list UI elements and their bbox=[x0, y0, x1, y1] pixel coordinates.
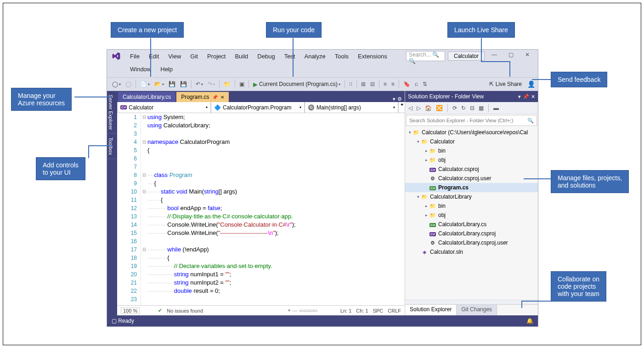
menu-tools[interactable]: Tools bbox=[330, 51, 353, 61]
pin-icon[interactable]: 📌 bbox=[212, 95, 218, 100]
editor-statusbar: 100 % ✔ No issues found ✦ — ▭▭▭▭ Ln: 1 C… bbox=[117, 305, 405, 315]
tree-item[interactable]: ▸📁bin bbox=[405, 201, 538, 211]
save-button[interactable]: 💾 bbox=[167, 80, 177, 88]
menu-test[interactable]: Test bbox=[280, 51, 300, 61]
search-input[interactable]: Search... 🔍 bbox=[406, 51, 445, 61]
exp-home[interactable]: 🏠 bbox=[424, 104, 433, 112]
toolbox-tab[interactable]: Toolbox bbox=[107, 134, 117, 159]
menubar: FileEditViewGitProjectBuildDebugTestAnal… bbox=[107, 50, 538, 63]
feedback-button[interactable]: 👤 bbox=[527, 80, 535, 88]
solution-name[interactable]: Calculator bbox=[448, 51, 485, 61]
exp-sync[interactable]: ↻ bbox=[460, 104, 467, 112]
tree-item[interactable]: ⚙CalculatorLibrary.csproj.user bbox=[405, 238, 538, 247]
menu-file[interactable]: File bbox=[125, 51, 144, 61]
explorer-title: Solution Explorer - Folder View ▾ 📌 ✕ bbox=[405, 91, 538, 102]
start-window-button[interactable]: ▣ bbox=[237, 80, 246, 88]
tab-dropdown[interactable]: ▾ bbox=[393, 96, 395, 102]
callout-toolbox: Add controls to your UI bbox=[36, 157, 85, 180]
tree-item[interactable]: ▸📁bin bbox=[405, 146, 538, 155]
nav-class[interactable]: 🔷CalculatorProgram.Program▾ bbox=[211, 102, 305, 113]
zoom-level[interactable]: 100 % bbox=[121, 308, 140, 314]
live-share-button[interactable]: ⇱ Live Share bbox=[489, 81, 522, 87]
menu-git[interactable]: Git bbox=[186, 51, 203, 61]
menu-analyze[interactable]: Analyze bbox=[299, 51, 330, 61]
tree-item[interactable]: ▾📁Calculator bbox=[405, 137, 538, 146]
nav-back-button[interactable]: ◯▾ bbox=[110, 80, 123, 88]
exp-dropdown-icon[interactable]: ▾ bbox=[518, 94, 521, 100]
exp-properties[interactable]: ▬ bbox=[492, 104, 500, 112]
save-all-button[interactable]: 💾 bbox=[178, 80, 189, 88]
run-button[interactable]: ▶Current Document (Program.cs)▾ bbox=[251, 80, 342, 89]
tree-item[interactable]: ▸📁obj bbox=[405, 211, 538, 220]
exp-back[interactable]: ◁ bbox=[407, 104, 414, 112]
close-button[interactable]: ✕ bbox=[520, 51, 534, 61]
tree-item[interactable]: ◈Calculator.sln bbox=[405, 247, 538, 257]
undo-button[interactable]: ↶▾ bbox=[194, 80, 205, 88]
status-text: Ready bbox=[118, 318, 134, 324]
tb-btn-5[interactable]: ⎌ bbox=[413, 80, 420, 88]
vs-logo-icon bbox=[112, 51, 121, 61]
explorer-search[interactable]: Search Solution Explorer - Folder View (… bbox=[406, 115, 537, 126]
exp-pin-icon[interactable]: 📌 bbox=[523, 94, 529, 100]
minimize-button[interactable]: — bbox=[487, 51, 501, 61]
redo-button[interactable]: ↷▾ bbox=[206, 80, 217, 88]
exp-showall[interactable]: ▦ bbox=[477, 104, 485, 112]
tb-btn-6[interactable]: ⇅ bbox=[421, 80, 429, 88]
doc-tab-inactive[interactable]: CalculatorLibrary.cs bbox=[118, 92, 175, 102]
exp-refresh[interactable]: ⟳ bbox=[451, 104, 458, 112]
exp-switch[interactable]: 🔀 bbox=[435, 104, 444, 112]
split-button[interactable]: ✦ bbox=[398, 102, 405, 113]
tree-item[interactable]: ⚙Calculator.csproj.user bbox=[405, 174, 538, 183]
explorer-tree[interactable]: ▾📁Calculator (C:\Users\tglee\source\repo… bbox=[405, 127, 538, 300]
menu-edit[interactable]: Edit bbox=[144, 51, 164, 61]
callout-newproject: Create a new project bbox=[111, 22, 184, 38]
exp-collapse[interactable]: ⊟ bbox=[469, 104, 476, 112]
solution-explorer-tab[interactable]: Solution Explorer bbox=[405, 305, 457, 315]
menu-extensions[interactable]: Extensions bbox=[353, 51, 392, 61]
doc-tab-active[interactable]: Program.cs📌✕ bbox=[176, 92, 228, 102]
server-explorer-tab[interactable]: Server Explorer bbox=[107, 91, 117, 134]
nav-method[interactable]: 🔘Main(string[] args)▾ bbox=[305, 102, 398, 113]
tree-item[interactable]: ▾📁Calculator (C:\Users\tglee\source\repo… bbox=[405, 128, 538, 137]
callout-liveshare: Launch Live Share bbox=[447, 22, 515, 38]
statusbar: ▢ Ready 🔔 bbox=[107, 315, 538, 326]
step-button[interactable]: ⎍ bbox=[347, 80, 354, 88]
code-editor[interactable]: 1234567891011121314151617181920212223 ⊟⊟… bbox=[117, 113, 405, 305]
titlebar: FileEditViewGitProjectBuildDebugTestAnal… bbox=[107, 50, 538, 77]
menu-view[interactable]: View bbox=[164, 51, 186, 61]
solution-config-button[interactable]: 📁 bbox=[222, 80, 232, 88]
menu-debug[interactable]: Debug bbox=[253, 51, 279, 61]
menu-window[interactable]: Window bbox=[125, 64, 156, 74]
git-changes-tab[interactable]: Git Changes bbox=[457, 305, 497, 315]
bookmark-button[interactable]: 🔖 bbox=[401, 80, 412, 88]
nav-project[interactable]: C#Calculator▾ bbox=[117, 102, 211, 113]
menu-help[interactable]: Help bbox=[156, 64, 177, 74]
tab-settings-icon[interactable]: ⚙ bbox=[397, 96, 402, 102]
tb-btn-4[interactable]: ≡ bbox=[390, 80, 396, 88]
maximize-button[interactable]: ▢ bbox=[504, 51, 518, 61]
explorer-scrollbar[interactable] bbox=[405, 300, 538, 304]
exp-fwd[interactable]: ▷ bbox=[415, 104, 422, 112]
notification-bell-icon[interactable]: 🔔 bbox=[526, 318, 533, 324]
tree-item[interactable]: ▾📁CalculatorLibrary bbox=[405, 192, 538, 201]
nav-icons[interactable]: ✦ — ▭▭▭▭ bbox=[287, 308, 317, 314]
check-icon: ✔ bbox=[158, 308, 162, 314]
tree-item[interactable]: ▸📁obj bbox=[405, 155, 538, 165]
tb-btn-1[interactable]: ⊞ bbox=[359, 80, 367, 88]
menu-build[interactable]: Build bbox=[230, 51, 253, 61]
menu-project[interactable]: Project bbox=[203, 51, 230, 61]
tree-item[interactable]: C#Calculator.csproj bbox=[405, 165, 538, 174]
toolbar: ◯▾ ◯ 📄▾ 📂▾ 💾 💾 ↶▾ ↷▾ 📁 ▣ ▶Current Docume… bbox=[107, 77, 538, 91]
callout-azure: Manage your Azure resources bbox=[11, 88, 72, 111]
exp-close-icon[interactable]: ✕ bbox=[531, 94, 535, 100]
open-button[interactable]: 📂▾ bbox=[153, 80, 166, 88]
tree-item[interactable]: C#Program.cs bbox=[405, 183, 538, 192]
tree-item[interactable]: C#CalculatorLibrary.csproj bbox=[405, 229, 538, 238]
tb-btn-2[interactable]: ⊟ bbox=[368, 80, 377, 88]
nav-fwd-button[interactable]: ◯ bbox=[124, 80, 133, 88]
tree-item[interactable]: C#CalculatorLibrary.cs bbox=[405, 220, 538, 229]
new-project-button[interactable]: 📄▾ bbox=[138, 80, 152, 88]
tb-btn-3[interactable]: ≡ bbox=[382, 80, 389, 88]
close-icon[interactable]: ✕ bbox=[220, 95, 224, 100]
side-tabs: Server Explorer Toolbox bbox=[107, 91, 117, 315]
